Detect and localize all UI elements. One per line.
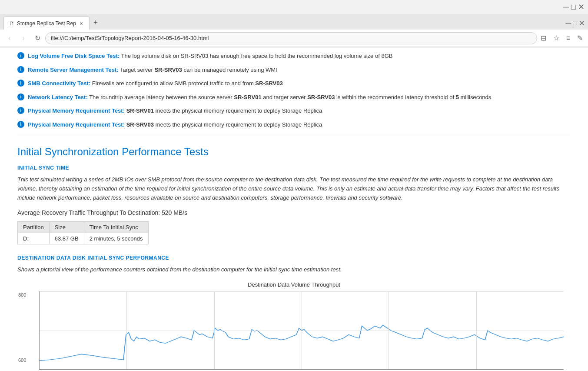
- chart-title: Destination Data Volume Throughput: [17, 281, 571, 288]
- chart-area: [39, 291, 564, 370]
- latency-link[interactable]: Network Latency Test:: [28, 94, 88, 100]
- back-button[interactable]: ‹: [3, 32, 16, 44]
- remote-server-text: Target server SR-SRV03 can be managed re…: [120, 67, 277, 73]
- info-icon-4: i: [17, 94, 24, 100]
- address-text: file:///C:/temp/TestSrTopologyReport-201…: [51, 35, 209, 41]
- info-row-smb: i SMB Connectivity Test: Firewalls are c…: [17, 77, 571, 90]
- vgrid-4: [389, 291, 389, 369]
- log-volume-text: The log volume disk on SR-SRV03 has enou…: [121, 53, 393, 59]
- forward-icon: ›: [22, 34, 24, 42]
- tab-favicon: 🗋: [9, 20, 14, 27]
- throughput-label: Average Recovery Traffic Throughput To D…: [17, 209, 571, 216]
- refresh-button[interactable]: ↻: [31, 32, 43, 44]
- info-row-remote-server: i Remote Server Management Test: Target …: [17, 63, 571, 77]
- y-label-600: 600: [18, 358, 26, 363]
- chart-description: Shows a pictorial view of the performanc…: [17, 265, 571, 274]
- table-row: D: 63.87 GB 2 minutes, 5 seconds: [18, 233, 149, 244]
- cell-size: 63.87 GB: [49, 233, 84, 244]
- remote-server-link[interactable]: Remote Server Management Test:: [28, 67, 119, 73]
- col-partition: Partition: [18, 222, 50, 233]
- y-label-800: 800: [18, 292, 26, 297]
- vgrid-2: [214, 291, 215, 369]
- sync-table: Partition Size Time To Initial Sync D: 6…: [17, 221, 149, 244]
- dest-disk-subtitle: DESTINATION DATA DISK INITIAL SYNC PERFO…: [17, 255, 571, 261]
- info-text-2: Remote Server Management Test: Target se…: [28, 66, 571, 74]
- info-text-6: Physical Memory Requirement Test: SR-SRV…: [28, 120, 571, 129]
- info-icon-6: i: [17, 121, 24, 128]
- forward-button[interactable]: ›: [17, 32, 30, 44]
- chart-section: Destination Data Volume Throughput 800 6…: [17, 281, 571, 370]
- browser-chrome: ─ □ ✕ 🗋 Storage Replica Test Rep × + ─ □…: [0, 0, 588, 47]
- memory-link-2[interactable]: Physical Memory Requirement Test:: [28, 121, 125, 128]
- initial-sync-time-subtitle: INITIAL SYNC TIME: [17, 165, 571, 171]
- tools-icon[interactable]: ✎: [575, 32, 585, 44]
- smb-text: Firewalls are configured to allow SMB pr…: [92, 80, 283, 87]
- cell-sync-time: 2 minutes, 5 seconds: [84, 233, 148, 244]
- reader-view-icon[interactable]: ⊟: [539, 32, 548, 44]
- info-row-log-volume: i Log Volume Free Disk Space Test: The l…: [17, 49, 571, 63]
- info-row-memory-1: i Physical Memory Requirement Test: SR-S…: [17, 104, 571, 118]
- table-header-row: Partition Size Time To Initial Sync: [18, 222, 149, 233]
- restore-icon[interactable]: □: [573, 19, 577, 27]
- info-icon-5: i: [17, 107, 24, 114]
- cell-partition: D:: [18, 233, 50, 244]
- log-volume-link[interactable]: Log Volume Free Disk Space Test:: [28, 53, 120, 59]
- y-axis-labels: 800 600: [18, 291, 26, 370]
- info-text-5: Physical Memory Requirement Test: SR-SRV…: [28, 107, 571, 115]
- tab-title: Storage Replica Test Rep: [17, 20, 76, 27]
- minimize-icon[interactable]: ─: [566, 19, 571, 28]
- initial-sync-description: This test simulated writing a series of …: [17, 175, 571, 202]
- info-text-4: Network Latency Test: The roundtrip aver…: [28, 93, 571, 102]
- settings-menu-icon[interactable]: ≡: [565, 33, 572, 44]
- close-icon[interactable]: ✕: [579, 19, 585, 27]
- new-tab-button[interactable]: +: [90, 17, 102, 29]
- active-tab[interactable]: 🗋 Storage Replica Test Rep ×: [3, 17, 90, 30]
- tab-bar: 🗋 Storage Replica Test Rep × + ─ □ ✕: [0, 14, 588, 30]
- info-row-latency: i Network Latency Test: The roundtrip av…: [17, 90, 571, 104]
- info-text-3: SMB Connectivity Test: Firewalls are con…: [28, 79, 571, 88]
- maximize-button[interactable]: ─ □ ✕: [563, 2, 585, 12]
- memory-link-1[interactable]: Physical Memory Requirement Test:: [28, 107, 125, 114]
- vgrid-5: [476, 291, 477, 369]
- page-content: i Log Volume Free Disk Space Test: The l…: [0, 47, 588, 371]
- toolbar-right: ⊟ ☆ ≡ ✎: [539, 32, 585, 44]
- tab-close-button[interactable]: ×: [79, 19, 84, 28]
- info-icon-3: i: [17, 80, 24, 87]
- back-icon: ‹: [8, 34, 10, 42]
- info-text-1: Log Volume Free Disk Space Test: The log…: [28, 52, 571, 60]
- memory-text-2: SR-SRV03 meets the physical memory requi…: [126, 121, 322, 128]
- vgrid-1: [126, 291, 127, 369]
- section-title: Initial Synchronization Performance Test…: [17, 146, 571, 158]
- info-section: i Log Volume Free Disk Space Test: The l…: [17, 47, 571, 135]
- title-bar: ─ □ ✕: [0, 0, 588, 14]
- info-icon-2: i: [17, 66, 24, 73]
- info-icon-1: i: [17, 52, 24, 59]
- favorites-icon[interactable]: ☆: [551, 32, 561, 44]
- smb-link[interactable]: SMB Connectivity Test:: [28, 80, 90, 87]
- navigation-toolbar: ‹ › ↻ file:///C:/temp/TestSrTopologyRepo…: [0, 30, 588, 47]
- memory-text-1: SR-SRV01 meets the physical memory requi…: [126, 107, 322, 114]
- col-sync-time: Time To Initial Sync: [84, 222, 148, 233]
- latency-text: The roundtrip average latency between th…: [89, 94, 491, 100]
- address-bar[interactable]: file:///C:/temp/TestSrTopologyReport-201…: [45, 32, 537, 44]
- col-size: Size: [49, 222, 84, 233]
- info-row-memory-2: i Physical Memory Requirement Test: SR-S…: [17, 118, 571, 132]
- vgrid-3: [302, 291, 302, 369]
- refresh-icon: ↻: [35, 34, 40, 42]
